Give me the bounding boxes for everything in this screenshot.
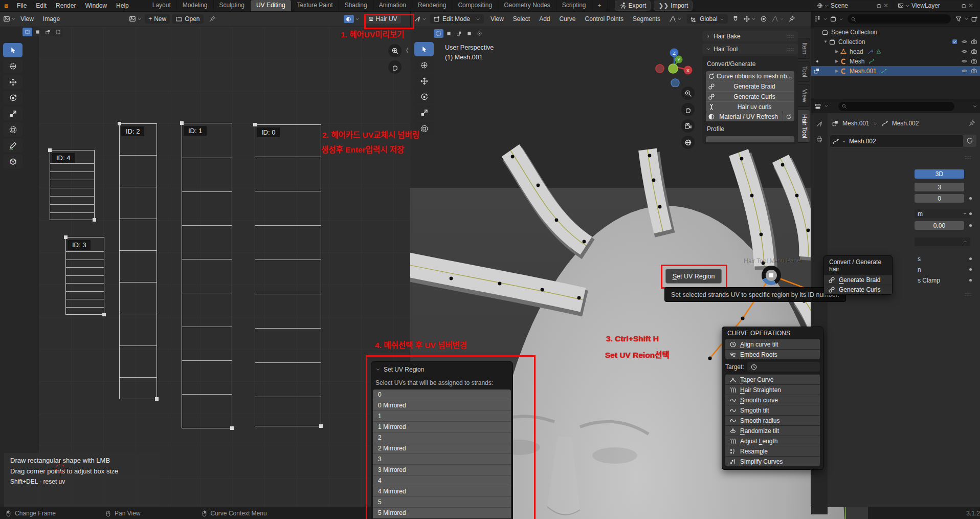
tab-render-icon[interactable]	[816, 136, 823, 143]
transform-orientation-dropdown[interactable]: Global	[687, 14, 728, 24]
menu-item-randomize-tilt[interactable]: Randomize tilt	[725, 425, 820, 436]
uv-island-handle[interactable]	[48, 148, 52, 152]
sidebar-tab-view[interactable]: View	[798, 84, 810, 107]
camera-view-icon[interactable]	[681, 119, 695, 133]
uv-option-2[interactable]: 2	[373, 432, 511, 443]
viewport-select-mode-3[interactable]	[464, 29, 474, 38]
zoom-icon[interactable]	[388, 44, 402, 57]
tool-cube-button[interactable]	[3, 154, 23, 168]
new-collection-icon[interactable]	[971, 15, 978, 23]
image-browse-button[interactable]	[129, 15, 142, 23]
uv-island-handle[interactable]	[93, 218, 96, 222]
menu-item-smooth-tilt[interactable]: Smooth tilt	[725, 405, 820, 415]
snap-target-dropdown[interactable]	[743, 15, 756, 23]
tool-arrowsel-button[interactable]	[3, 43, 23, 57]
viewport-menu-add[interactable]: Add	[534, 15, 554, 23]
viewport-select-mode-0[interactable]	[434, 29, 443, 38]
uv-option-3[interactable]: 3	[373, 454, 511, 465]
uv-island-handle[interactable]	[180, 121, 184, 125]
animate-dot[interactable]	[969, 224, 972, 227]
workspace-tab-rendering[interactable]: Rendering	[412, 0, 452, 11]
chevron-down-icon[interactable]	[972, 104, 977, 109]
hair-tool-generate-curls[interactable]: Generate Curls	[706, 91, 794, 101]
tool-move-button[interactable]	[414, 74, 434, 88]
outliner-row-scenecollection[interactable]: Scene Collection	[811, 27, 980, 37]
uv-option-0-mirrored[interactable]: 0 Mirrored	[373, 400, 511, 411]
uv-island-handle[interactable]	[64, 235, 68, 239]
menu-render[interactable]: Render	[51, 2, 80, 9]
properties-editor-type-icon[interactable]	[814, 103, 821, 110]
workspace-tab-compositing[interactable]: Compositing	[452, 0, 498, 11]
workspace-tab-modeling[interactable]: Modeling	[177, 0, 214, 11]
meshdata-icon[interactable]	[876, 49, 882, 55]
eye-icon[interactable]	[961, 48, 968, 55]
tool-cursor-target-button[interactable]	[414, 58, 434, 72]
uv-option-1[interactable]: 1	[373, 411, 511, 422]
animate-dot[interactable]	[969, 257, 972, 260]
display-channels-button[interactable]	[344, 15, 360, 23]
photocam-icon[interactable]	[971, 48, 977, 55]
blender-logo-icon[interactable]: ⧈	[0, 2, 12, 9]
dimensions-3d-button[interactable]: 3D	[915, 169, 964, 179]
zoom-icon[interactable]	[681, 86, 695, 100]
uv-option-5-mirrored[interactable]: 5 Mirrored	[373, 508, 511, 518]
uv-menu-view[interactable]: View	[16, 15, 38, 23]
menu-help[interactable]: Help	[112, 2, 133, 9]
outliner-search-input[interactable]	[848, 14, 951, 24]
animate-dot[interactable]	[969, 197, 972, 200]
uv-editor-type-button[interactable]	[3, 15, 16, 23]
menu-edit[interactable]: Edit	[31, 2, 51, 9]
menu-item-hair-straighten[interactable]: Hair Straighten	[725, 384, 820, 395]
curvedata-icon[interactable]	[868, 58, 875, 64]
proportional-edit-toggle[interactable]	[760, 15, 767, 23]
viewport-select-mode-1[interactable]	[444, 29, 454, 38]
menu-item-generate-curls[interactable]: Generate Curls	[824, 285, 892, 294]
eye-icon[interactable]	[961, 68, 968, 74]
uv-option-3-mirrored[interactable]: 3 Mirrored	[373, 465, 511, 475]
breadcrumb-object[interactable]: Mesh.001	[842, 120, 870, 127]
outliner-editor-type-icon[interactable]	[814, 15, 821, 23]
panel-grip[interactable]: ::::	[965, 292, 972, 297]
uv-island-handle[interactable]	[253, 123, 257, 126]
workspace-tab-sculpting[interactable]: Sculpting	[214, 0, 251, 11]
uv-select-mode-2[interactable]	[43, 28, 53, 36]
tool-scale-button[interactable]	[3, 106, 23, 121]
uv-select-mode-1[interactable]	[33, 28, 42, 36]
uv-option-4-mirrored[interactable]: 4 Mirrored	[373, 486, 511, 497]
hair-tool-curve-ribbons-to-mesh-rib-[interactable]: Curve ribbons to mesh rib...	[706, 71, 794, 81]
region-collapse-arrow[interactable]: ❬	[405, 47, 409, 53]
pan-hand-icon[interactable]	[388, 60, 402, 74]
menu-item-embed-roots[interactable]: Embed Roots	[725, 349, 820, 359]
sidebar-tab-item[interactable]: Item	[798, 38, 810, 59]
hair-tool-hair-uv-curls[interactable]: Hair uv curls	[706, 101, 794, 112]
eye-icon[interactable]	[961, 58, 968, 64]
close-icon[interactable]: ✕	[968, 2, 973, 9]
curve-display-dropdown[interactable]	[669, 15, 682, 23]
photocam-icon[interactable]	[971, 38, 977, 45]
sidebar-tab-tool[interactable]: Tool	[798, 61, 810, 82]
twist-smooth-field[interactable]: 0.00	[915, 221, 964, 230]
workspace-tab-uv-editing[interactable]: UV Editing	[251, 0, 292, 11]
uv-island-ID4[interactable]: ID: 4	[50, 150, 95, 220]
workspace-tab-animation[interactable]: Animation	[373, 0, 412, 11]
check-icon[interactable]	[951, 38, 958, 45]
animate-dot[interactable]	[969, 268, 972, 271]
uv-option-0[interactable]: 0	[373, 390, 511, 400]
display-mode-icon[interactable]	[830, 15, 837, 23]
curvedata-icon[interactable]	[881, 68, 887, 74]
pie-menu-widget[interactable]	[762, 266, 781, 285]
resolution-field[interactable]: 3	[915, 183, 964, 191]
uv-menu-image[interactable]: Image	[38, 15, 64, 23]
animate-dot[interactable]	[969, 212, 972, 215]
fake-user-shield-button[interactable]	[963, 135, 976, 147]
uv-option-1-mirrored[interactable]: 1 Mirrored	[373, 422, 511, 432]
uv-island-handle[interactable]	[118, 122, 121, 125]
menu-item-generate-braid[interactable]: Generate Braid	[824, 275, 892, 285]
copy-icon[interactable]	[876, 3, 882, 9]
set-uv-region-button[interactable]: Set UV Region	[665, 269, 722, 284]
breadcrumb-data[interactable]: Mesh.002	[892, 120, 919, 127]
outliner-row-head[interactable]: ▶head	[811, 47, 980, 56]
uv-island-ID3[interactable]: ID: 3	[65, 237, 104, 315]
tool-transform-button[interactable]	[3, 122, 23, 137]
menu-item-align-curve-tilt[interactable]: Align curve tilt	[725, 339, 820, 349]
